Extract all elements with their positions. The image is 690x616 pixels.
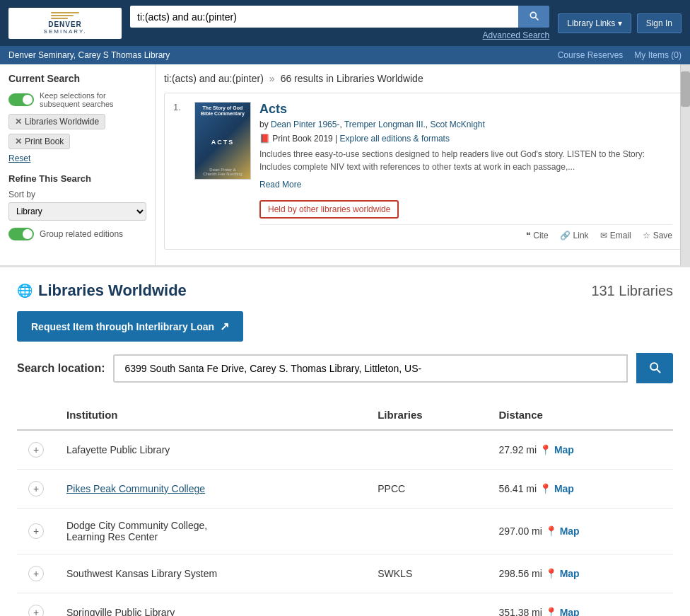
course-reserves-link[interactable]: Course Reserves: [558, 50, 624, 60]
libraries-count: 131 Libraries: [591, 283, 673, 299]
author-link-2[interactable]: Tremper Longman III.: [344, 120, 426, 129]
format-icon: 📕: [259, 134, 270, 144]
scrollbar-track[interactable]: [680, 64, 690, 265]
map-link-1[interactable]: Map: [554, 444, 574, 455]
keep-selections-toggle[interactable]: [8, 93, 34, 106]
map-link-3[interactable]: Map: [560, 525, 580, 537]
map-link-4[interactable]: Map: [560, 568, 580, 579]
search-query-display: ti:(acts) and au:(pinter): [164, 73, 264, 84]
libraries-title-area: 🌐 Libraries Worldwide: [17, 281, 187, 300]
search-area: Advanced Search: [130, 6, 549, 40]
results-area: ti:(acts) and au:(pinter) » 66 results i…: [156, 64, 690, 265]
email-button[interactable]: ✉ Email: [600, 231, 631, 240]
keep-selections-label: Keep selections for subsequent searches: [40, 91, 146, 108]
keep-selections-row: Keep selections for subsequent searches: [8, 91, 146, 108]
reset-link[interactable]: Reset: [8, 153, 146, 163]
held-badge: Held by other libraries worldwide: [259, 200, 399, 219]
table-row-5: + Springville Public Library 351.38 mi 📍…: [17, 593, 673, 617]
library-links-button[interactable]: Library Links ▾: [558, 13, 631, 33]
lib-code-cell-1: [366, 430, 487, 470]
distance-cell-5: 351.38 mi 📍 Map: [487, 593, 673, 617]
refine-title: Refine This Search: [8, 173, 146, 184]
remove-filter-icon: ✕: [15, 117, 22, 127]
filter-tag-print[interactable]: ✕ Print Book: [8, 134, 70, 149]
read-more-link[interactable]: Read More: [259, 180, 301, 190]
search-location-label: Search location:: [17, 362, 105, 375]
expand-cell-4: +: [17, 554, 55, 593]
results-count: 66 results in Libraries Worldwide: [281, 73, 423, 84]
sub-header: Denver Seminary, Carey S Thomas Library …: [0, 46, 690, 64]
libraries-header: 🌐 Libraries Worldwide 131 Libraries: [17, 281, 673, 300]
logo-line-2: [51, 15, 74, 16]
search-input[interactable]: [130, 6, 518, 28]
map-pin-icon-2: 📍: [539, 483, 551, 494]
expand-button-3[interactable]: +: [28, 523, 44, 539]
header: DENVER SEMINARY. Advanced Search Library…: [0, 0, 690, 46]
toggle-dot: [23, 95, 33, 105]
link-button[interactable]: 🔗 Link: [560, 231, 589, 240]
result-title-link[interactable]: Acts: [259, 102, 672, 117]
logo-text-line1: DENVER: [48, 21, 82, 28]
map-pin-icon-5: 📍: [545, 607, 557, 616]
sign-in-button[interactable]: Sign In: [637, 13, 682, 33]
sort-select[interactable]: Library Distance Relevance: [8, 202, 146, 221]
result-card: 1. The Story of GodBible Commentary ACTS…: [164, 93, 682, 250]
editions-link[interactable]: Explore all editions & formats: [340, 134, 450, 144]
save-icon: ☆: [643, 231, 650, 240]
institution-cell-2: Pikes Peak Community College: [55, 470, 366, 509]
distance-cell-3: 297.00 mi 📍 Map: [487, 509, 673, 554]
filter-label-libraries: Libraries Worldwide: [25, 117, 99, 127]
map-link-5[interactable]: Map: [560, 607, 580, 616]
main-content: Current Search Keep selections for subse…: [0, 64, 690, 265]
toggle-dot-2: [23, 229, 33, 239]
expand-button-5[interactable]: +: [28, 605, 44, 616]
map-pin-icon-4: 📍: [545, 568, 557, 579]
institution-name-4: Southwest Kansas Library System: [66, 568, 217, 579]
expand-cell-1: +: [17, 430, 55, 470]
expand-button-1[interactable]: +: [28, 442, 44, 458]
expand-button-4[interactable]: +: [28, 566, 44, 581]
ill-button-label: Request Item through Interlibrary Loan: [31, 321, 214, 332]
search-button[interactable]: [518, 6, 549, 28]
current-search-title: Current Search: [8, 73, 146, 84]
libraries-section: 🌐 Libraries Worldwide 131 Libraries Requ…: [0, 265, 690, 616]
group-editions-row: Group related editions: [8, 228, 146, 240]
header-right: Library Links ▾ Sign In: [558, 13, 682, 33]
search-icon-location: [648, 360, 662, 374]
map-link-2[interactable]: Map: [554, 483, 574, 494]
advanced-search-link[interactable]: Advanced Search: [130, 30, 549, 40]
author-link-3[interactable]: Scot McKnight: [430, 120, 484, 129]
ill-request-button[interactable]: Request Item through Interlibrary Loan ↗: [17, 311, 243, 342]
location-search-button[interactable]: [636, 353, 673, 383]
group-editions-toggle[interactable]: [8, 228, 34, 240]
col-expand: [17, 400, 55, 430]
libraries-title: Libraries Worldwide: [38, 281, 187, 300]
table-row: + Lafayette Public Library 27.92 mi 📍 Ma…: [17, 430, 673, 470]
cite-button[interactable]: ❝ Cite: [526, 231, 548, 240]
format-text: Print Book 2019 |: [272, 134, 339, 144]
expand-cell-2: +: [17, 470, 55, 509]
logo-text-line2: SEMINARY.: [44, 28, 87, 35]
result-actions: ❝ Cite 🔗 Link ✉ Email ☆ Save: [259, 224, 672, 240]
remove-filter-icon-2: ✕: [15, 136, 22, 146]
lib-code-cell-2: PPCC: [366, 470, 487, 509]
cite-icon: ❝: [526, 231, 530, 240]
link-icon: 🔗: [560, 231, 571, 240]
institution-cell-5: Springville Public Library: [55, 593, 366, 617]
my-items-link[interactable]: My Items (0): [634, 50, 682, 60]
book-cover-acts: ACTS: [211, 139, 235, 146]
author-link-1[interactable]: Dean Pinter 1965-: [271, 120, 339, 129]
logo-line-1: [51, 12, 79, 13]
expand-button-2[interactable]: +: [28, 481, 44, 496]
table-header-row: Institution Libraries Distance: [17, 400, 673, 430]
logo: DENVER SEMINARY.: [8, 8, 122, 39]
distance-cell-1: 27.92 mi 📍 Map: [487, 430, 673, 470]
email-icon: ✉: [600, 231, 607, 240]
filter-tag-libraries[interactable]: ✕ Libraries Worldwide: [8, 114, 105, 129]
location-input[interactable]: [113, 354, 628, 383]
map-pin-icon-3: 📍: [545, 525, 557, 537]
results-header: ti:(acts) and au:(pinter) » 66 results i…: [164, 73, 682, 84]
save-button[interactable]: ☆ Save: [643, 231, 672, 240]
libraries-table: Institution Libraries Distance + Lafayet…: [17, 400, 673, 616]
institution-link-2[interactable]: Pikes Peak Community College: [66, 483, 205, 494]
